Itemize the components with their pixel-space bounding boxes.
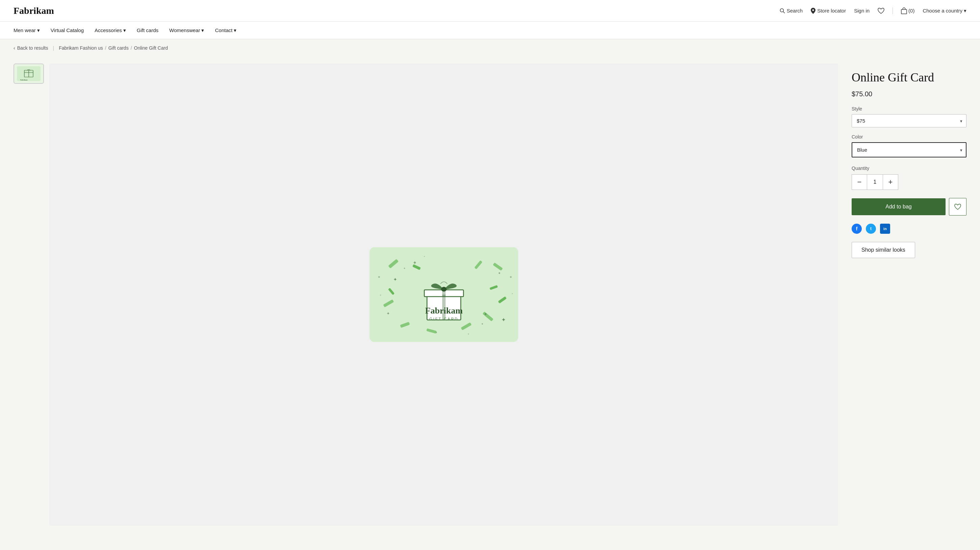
svg-text:GIFT CARD: GIFT CARD xyxy=(429,317,458,321)
color-selector: Blue Red Green Gold ▾ xyxy=(852,142,966,157)
thumbnail-1[interactable]: Fabrikam xyxy=(14,64,44,84)
quantity-label: Quantity xyxy=(852,165,966,171)
product-price: $75.00 xyxy=(852,90,966,98)
thumbnail-column: Fabrikam xyxy=(14,64,44,526)
twitter-share-button[interactable]: t xyxy=(866,224,876,234)
color-label: Color xyxy=(852,134,966,140)
svg-text:✦: ✦ xyxy=(387,311,390,316)
bag-count: (0) xyxy=(908,8,915,14)
quantity-control: − 1 + xyxy=(852,174,898,190)
svg-rect-2 xyxy=(901,10,907,14)
svg-text:✦: ✦ xyxy=(393,277,397,282)
gift-card-svg: ✦ ✦ ✦ ✦ ✦ ✦ ✦ + + + + ◆ ◆ ◆ ◆ xyxy=(369,247,518,342)
svg-line-1 xyxy=(783,11,785,13)
breadcrumb-sep-1: / xyxy=(105,45,107,51)
svg-text:✦: ✦ xyxy=(498,271,501,275)
location-icon xyxy=(811,8,816,14)
svg-point-0 xyxy=(780,8,783,12)
product-title: Online Gift Card xyxy=(852,70,966,85)
svg-text:✦: ✦ xyxy=(436,331,438,334)
svg-text:Fabrikam: Fabrikam xyxy=(425,306,463,316)
breadcrumb-sep-2: / xyxy=(131,45,132,51)
search-icon xyxy=(780,8,785,14)
svg-text:◆: ◆ xyxy=(510,275,512,278)
svg-text:+: + xyxy=(511,292,513,295)
breadcrumb-category[interactable]: Gift cards xyxy=(108,45,129,51)
nav-accessories[interactable]: Accessories ▾ xyxy=(95,27,126,33)
chevron-down-icon-contact: ▾ xyxy=(234,27,237,33)
social-share-row: f t in xyxy=(852,224,966,234)
chevron-down-icon-acc: ▾ xyxy=(123,27,126,33)
svg-text:+: + xyxy=(380,294,382,297)
svg-point-41 xyxy=(441,287,447,292)
quantity-value: 1 xyxy=(867,175,883,189)
style-select[interactable]: $25 $50 $75 $100 $150 $200 xyxy=(852,114,966,127)
product-images: Fabrikam xyxy=(14,64,838,526)
style-selector: $25 $50 $75 $100 $150 $200 ▾ xyxy=(852,114,966,127)
svg-text:◆: ◆ xyxy=(378,275,380,278)
country-chevron-icon: ▾ xyxy=(964,8,966,14)
svg-text:◆: ◆ xyxy=(414,261,416,264)
quantity-increase-button[interactable]: + xyxy=(883,175,898,189)
bag-icon xyxy=(901,8,907,14)
quantity-decrease-button[interactable]: − xyxy=(852,175,867,189)
main-content: Fabrikam xyxy=(0,57,980,546)
search-link[interactable]: Search xyxy=(780,8,803,14)
nav-virtual-catalog[interactable]: Virtual Catalog xyxy=(51,27,84,33)
breadcrumb-separator-1: | xyxy=(53,45,54,51)
sign-in-link[interactable]: Sign in xyxy=(854,8,870,14)
svg-text:Fabrikam: Fabrikam xyxy=(20,79,28,81)
breadcrumb: ‹ Back to results | Fabrikam Fashion us … xyxy=(0,39,980,57)
color-select[interactable]: Blue Red Green Gold xyxy=(852,142,966,157)
breadcrumb-home[interactable]: Fabrikam Fashion us xyxy=(59,45,103,51)
nav-womenswear[interactable]: Womenswear ▾ xyxy=(169,27,204,33)
header-actions: Search Store locator Sign in (0) Choose … xyxy=(780,8,966,14)
back-arrow-icon: ‹ xyxy=(14,45,15,51)
header-divider xyxy=(892,8,893,14)
country-selector[interactable]: Choose a country ▾ xyxy=(923,8,966,14)
svg-text:+: + xyxy=(424,255,425,258)
nav-men-wear[interactable]: Men wear ▾ xyxy=(14,27,40,33)
add-to-bag-button[interactable]: Add to bag xyxy=(852,198,945,215)
shop-similar-looks-button[interactable]: Shop similar looks xyxy=(852,242,915,258)
chevron-down-icon: ▾ xyxy=(37,27,40,33)
svg-text:✦: ✦ xyxy=(403,267,406,270)
nav-gift-cards[interactable]: Gift cards xyxy=(137,27,158,33)
svg-text:✦: ✦ xyxy=(501,317,506,323)
search-label: Search xyxy=(787,8,803,14)
back-to-results-link[interactable]: ‹ Back to results xyxy=(14,45,48,51)
chevron-down-icon-women: ▾ xyxy=(201,27,204,33)
facebook-share-button[interactable]: f xyxy=(852,224,862,234)
svg-text:+: + xyxy=(468,332,469,336)
site-logo[interactable]: Fabrikam xyxy=(14,5,54,16)
svg-text:◆: ◆ xyxy=(484,312,487,316)
nav-contact[interactable]: Contact ▾ xyxy=(215,27,237,33)
breadcrumb-current: Online Gift Card xyxy=(134,45,168,51)
store-locator-link[interactable]: Store locator xyxy=(811,8,846,14)
wishlist-icon[interactable] xyxy=(878,8,885,14)
svg-text:✦: ✦ xyxy=(481,322,484,326)
main-nav: Men wear ▾ Virtual Catalog Accessories ▾… xyxy=(0,22,980,39)
style-label: Style xyxy=(852,106,966,111)
product-details-panel: Online Gift Card $75.00 Style $25 $50 $7… xyxy=(852,64,966,526)
linkedin-share-button[interactable]: in xyxy=(880,224,890,234)
heart-icon xyxy=(955,204,961,210)
add-to-bag-row: Add to bag xyxy=(852,198,966,216)
site-header: Fabrikam Search Store locator Sign in (0… xyxy=(0,0,980,22)
main-product-image: ✦ ✦ ✦ ✦ ✦ ✦ ✦ + + + + ◆ ◆ ◆ ◆ xyxy=(49,64,838,526)
add-to-wishlist-button[interactable] xyxy=(949,198,966,216)
bag-link[interactable]: (0) xyxy=(901,8,915,14)
store-locator-label: Store locator xyxy=(817,8,846,14)
